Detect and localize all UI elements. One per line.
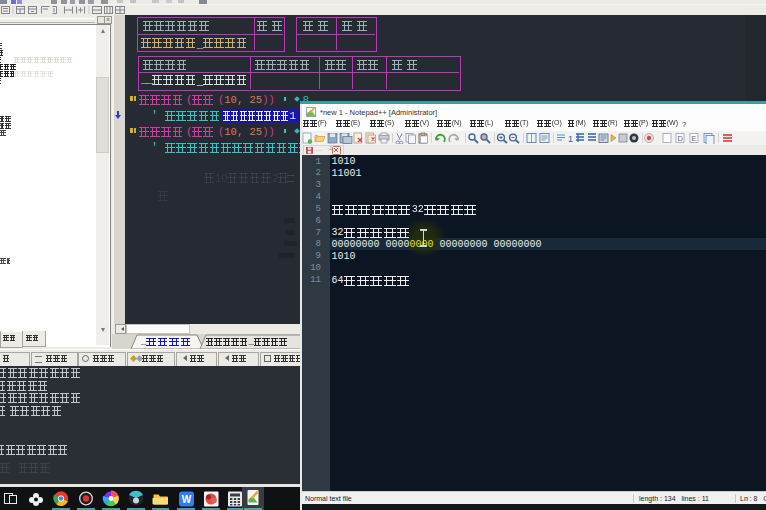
svg-text:1: 1	[568, 134, 573, 144]
svg-text:D: D	[678, 134, 684, 143]
svg-text:E: E	[692, 134, 697, 143]
svg-text:W: W	[182, 494, 192, 505]
